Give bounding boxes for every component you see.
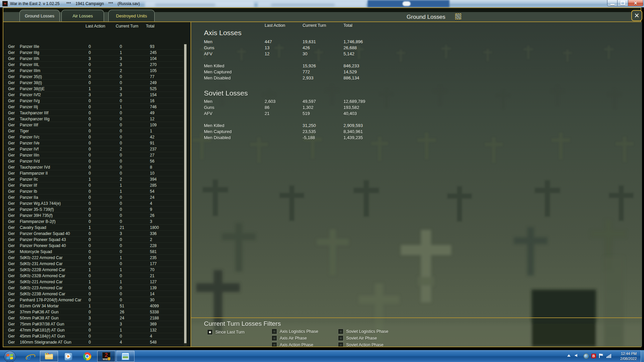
loss-value: 519 [303, 111, 310, 116]
cell: 4 [150, 201, 152, 206]
loss-label: Men Disabled [204, 75, 231, 80]
loss-value: 19,631 [303, 39, 316, 44]
cell: Panzer IVc [20, 135, 40, 139]
cell: Ger [8, 328, 15, 333]
taskbar-media-player[interactable] [59, 351, 77, 362]
cell: 127 [150, 280, 157, 284]
phase-checkbox[interactable] [272, 329, 277, 334]
table-row: GerPanzer 35(t)0077 [3, 74, 183, 80]
table-row: GerPanhard 178-P204(f) Armored Car0030 [3, 297, 183, 303]
cell: 5338 [150, 310, 159, 314]
cell: Ger [8, 340, 15, 345]
wite2-game-icon: 2WitE [102, 352, 111, 361]
windows-explorer-icon [45, 352, 53, 361]
windows-update-tray[interactable] [584, 354, 589, 359]
phase-checkbox[interactable] [272, 336, 277, 341]
cell: 160mm Stielgranade AT Gun [20, 340, 71, 345]
taskbar-clock[interactable]: 12:44 PM 2/08/2022 [616, 351, 637, 361]
phase-checkbox[interactable] [272, 342, 277, 347]
table-row: GerPanzer Grenadier Squad 4003336 [3, 231, 183, 237]
cell: Ger [8, 68, 15, 73]
scrollbar-thumb[interactable] [184, 44, 186, 343]
taskbar: e 2WitE B 12:44 PM [0, 350, 644, 362]
phase-checkbox[interactable] [338, 342, 343, 347]
cell: 1 [89, 86, 91, 91]
tab-air-losses[interactable]: Air Losses [61, 10, 104, 21]
taskbar-chrome[interactable] [78, 351, 96, 362]
cell: Ger [8, 62, 15, 67]
cell: 0 [89, 286, 91, 290]
loss-value: -5,188 [303, 135, 315, 140]
show-hidden-icons-button[interactable] [567, 354, 571, 357]
cell: 0 [89, 111, 91, 115]
cell: 109 [150, 123, 157, 127]
window-titlebar[interactable]: W War in the East 2 v 1.02.25 *** 1941 C… [0, 0, 644, 7]
cell: 0 [89, 261, 91, 266]
show-desktop-button[interactable] [641, 350, 644, 362]
loss-value: 14,529 [343, 69, 357, 74]
since-last-turn-radio[interactable] [207, 329, 213, 335]
caption-buttons: ✕ [607, 0, 643, 7]
cell: 1 [89, 225, 91, 230]
table-row: GerPanzer 38(t)E13525 [3, 86, 183, 92]
restore-button[interactable] [618, 0, 628, 6]
tab-ground-losses[interactable]: Ground Losses [19, 10, 60, 21]
network-tray[interactable] [606, 354, 611, 358]
loss-label: Men Captured [204, 129, 231, 134]
cell: 1 [89, 280, 91, 284]
cell: Ger [8, 201, 15, 206]
volume-button[interactable] [575, 354, 577, 357]
cell: Panzer IVd [20, 159, 40, 164]
cell: Panzer 35(t) [20, 74, 42, 79]
taskbar-wite2-game[interactable]: 2WitE [97, 351, 115, 362]
cell: SdKfz-232B Armored Car [20, 274, 65, 278]
cell: 270 [150, 62, 157, 67]
cell: 0 [89, 62, 91, 67]
cell: 0 [120, 274, 122, 278]
action-center-tray[interactable] [599, 354, 603, 358]
cell: 0 [89, 117, 91, 121]
speaker-icon [575, 354, 577, 357]
tab-label: Destroyed Units [116, 13, 147, 18]
cell: Ger [8, 298, 15, 302]
cell: Ger [8, 255, 15, 260]
close-screen-button[interactable]: ✕ [631, 10, 642, 21]
column-header-total: Total [146, 24, 154, 28]
table-row: GerSdKfz-223B Armored Car0014 [3, 291, 183, 297]
loss-label: Guns [204, 45, 214, 50]
up-arrow-icon [567, 354, 571, 357]
table-row: Ger160mm Stielgranade AT Gun04548 [3, 339, 183, 345]
cell: Ger [8, 135, 15, 139]
cell: Panzer IVf [20, 147, 39, 152]
cell: 235 [150, 255, 157, 260]
table-row: GerPanzer IIIh33104 [3, 56, 183, 62]
cell: Panzer IIIj [20, 105, 38, 109]
start-button[interactable] [4, 351, 16, 362]
cell: 0 [120, 99, 122, 103]
cell: 0 [89, 135, 91, 139]
cell: 0 [89, 255, 91, 260]
taskbar-windows-explorer[interactable] [40, 351, 58, 362]
report-icon[interactable] [455, 13, 461, 19]
bitdefender-tray[interactable]: B [591, 354, 596, 358]
cell: 0 [120, 237, 122, 242]
cell: 0 [89, 153, 91, 158]
taskbar-internet-explorer[interactable]: e [21, 351, 39, 362]
cell: 2 [120, 177, 122, 182]
cell: 0 [120, 207, 122, 212]
loss-value: 13 [265, 45, 269, 50]
cell: Motorcycle Squad [20, 249, 52, 254]
minimize-button[interactable] [607, 0, 618, 6]
cell: 0 [89, 44, 91, 49]
cell: 0 [120, 334, 122, 339]
phase-checkbox[interactable] [338, 329, 343, 334]
tab-destroyed-units[interactable]: Destroyed Units [108, 10, 155, 21]
taskbar-photo-viewer[interactable] [116, 351, 135, 362]
phase-checkbox[interactable] [338, 336, 343, 341]
table-row: GerPanzer IVg0016 [3, 98, 183, 104]
cell: 0 [89, 189, 91, 194]
axis-losses-title: Axis Losses [204, 29, 241, 37]
cell: 0 [120, 201, 122, 206]
close-window-button[interactable]: ✕ [628, 0, 643, 6]
cell: 1 [120, 280, 122, 284]
